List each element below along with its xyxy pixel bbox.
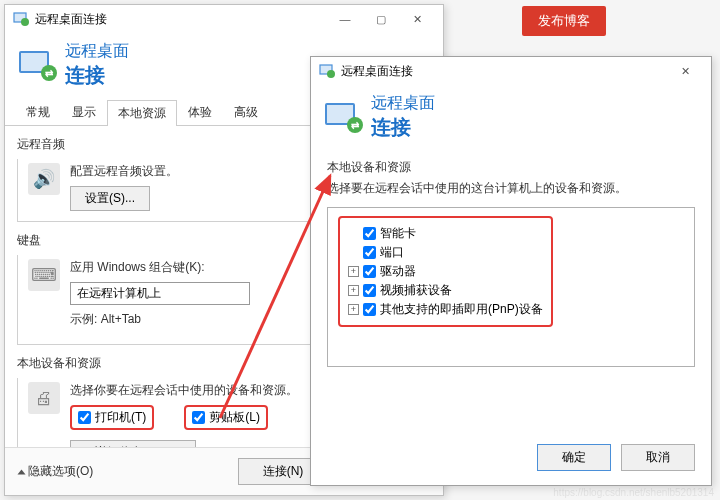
- close-button[interactable]: ✕: [667, 59, 703, 83]
- tree-item[interactable]: 智能卡: [348, 224, 543, 243]
- window-title: 远程桌面连接: [341, 63, 413, 80]
- clipboard-label: 剪贴板(L): [209, 409, 260, 426]
- printer-label: 打印机(T): [95, 409, 146, 426]
- tree-item[interactable]: +视频捕获设备: [348, 281, 543, 300]
- tree-checkbox[interactable]: [363, 246, 376, 259]
- tree-checkbox[interactable]: [363, 303, 376, 316]
- tab-general[interactable]: 常规: [15, 99, 61, 125]
- speaker-icon: 🔊: [28, 163, 60, 195]
- keyboard-icon: ⌨: [28, 259, 60, 291]
- rdp-devices-dialog: 远程桌面连接 ✕ ⇄ 远程桌面 连接 本地设备和资源 选择要在远程会话中使用的这…: [310, 56, 712, 486]
- expand-icon[interactable]: +: [348, 266, 359, 277]
- tab-advanced[interactable]: 高级: [223, 99, 269, 125]
- tree-item[interactable]: 端口: [348, 243, 543, 262]
- audio-settings-button[interactable]: 设置(S)...: [70, 186, 150, 211]
- watermark: https://blog.csdn.net/shenlb5201314: [553, 487, 714, 498]
- titlebar: 远程桌面连接 — ▢ ✕: [5, 5, 443, 33]
- tab-experience[interactable]: 体验: [177, 99, 223, 125]
- hide-options-toggle[interactable]: 隐藏选项(O): [19, 463, 93, 480]
- maximize-button[interactable]: ▢: [363, 7, 399, 31]
- keyboard-combo-select[interactable]: 在远程计算机上: [70, 282, 250, 305]
- tab-local-resources[interactable]: 本地资源: [107, 100, 177, 126]
- tree-checkbox[interactable]: [363, 227, 376, 240]
- section-desc: 选择要在远程会话中使用的这台计算机上的设备和资源。: [327, 180, 695, 197]
- devices-icon: 🖨: [28, 382, 60, 414]
- hide-options-label: 隐藏选项(O): [28, 463, 93, 480]
- tree-label: 视频捕获设备: [380, 282, 452, 299]
- expand-icon[interactable]: +: [348, 285, 359, 296]
- tab-display[interactable]: 显示: [61, 99, 107, 125]
- tree-label: 智能卡: [380, 225, 416, 242]
- tree-label: 其他支持的即插即用(PnP)设备: [380, 301, 543, 318]
- tree-item[interactable]: +驱动器: [348, 262, 543, 281]
- tree-label: 端口: [380, 244, 404, 261]
- svg-point-3: [327, 70, 335, 78]
- clipboard-highlight: 剪贴板(L): [184, 405, 268, 430]
- rdp-icon: [13, 11, 29, 27]
- banner: ⇄ 远程桌面 连接: [311, 85, 711, 151]
- printer-checkbox[interactable]: 打印机(T): [78, 409, 146, 426]
- dialog-buttons: 确定 取消: [537, 444, 695, 471]
- tree-highlight: 智能卡端口+驱动器+视频捕获设备+其他支持的即插即用(PnP)设备: [338, 216, 553, 327]
- tree-checkbox[interactable]: [363, 265, 376, 278]
- svg-point-1: [21, 18, 29, 26]
- cancel-button[interactable]: 取消: [621, 444, 695, 471]
- section-title: 本地设备和资源: [327, 159, 695, 176]
- printer-checkbox-input[interactable]: [78, 411, 91, 424]
- ok-button[interactable]: 确定: [537, 444, 611, 471]
- banner-line2: 连接: [65, 62, 129, 89]
- minimize-button[interactable]: —: [327, 7, 363, 31]
- tree-checkbox[interactable]: [363, 284, 376, 297]
- banner-line1: 远程桌面: [65, 41, 129, 62]
- titlebar: 远程桌面连接 ✕: [311, 57, 711, 85]
- banner-line2: 连接: [371, 114, 435, 141]
- window-title: 远程桌面连接: [35, 11, 107, 28]
- printer-highlight: 打印机(T): [70, 405, 154, 430]
- rdp-logo-icon: ⇄: [325, 103, 361, 131]
- rdp-logo-icon: ⇄: [19, 51, 55, 79]
- banner-line1: 远程桌面: [371, 93, 435, 114]
- expand-icon[interactable]: +: [348, 304, 359, 315]
- devices-section: 本地设备和资源 选择要在远程会话中使用的这台计算机上的设备和资源。 智能卡端口+…: [311, 151, 711, 375]
- tree-label: 驱动器: [380, 263, 416, 280]
- chevron-up-icon: [18, 469, 26, 474]
- clipboard-checkbox-input[interactable]: [192, 411, 205, 424]
- tree-item[interactable]: +其他支持的即插即用(PnP)设备: [348, 300, 543, 319]
- publish-blog-button[interactable]: 发布博客: [522, 6, 606, 36]
- clipboard-checkbox[interactable]: 剪贴板(L): [192, 409, 260, 426]
- close-button[interactable]: ✕: [399, 7, 435, 31]
- rdp-icon: [319, 63, 335, 79]
- device-tree[interactable]: 智能卡端口+驱动器+视频捕获设备+其他支持的即插即用(PnP)设备: [327, 207, 695, 367]
